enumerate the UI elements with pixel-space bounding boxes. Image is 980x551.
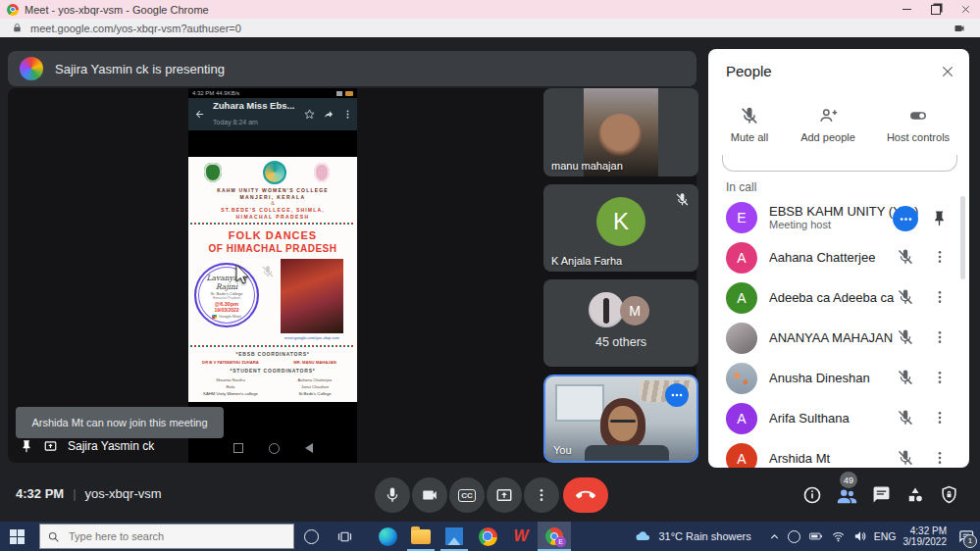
add-people-button[interactable]: Add people [793, 106, 863, 143]
tile-name: You [553, 444, 572, 456]
end-call-button[interactable] [563, 477, 608, 513]
action-center-button[interactable]: 1 [957, 528, 974, 545]
weather-text[interactable]: 31°C Rain showers [658, 530, 750, 542]
pinned-icon[interactable] [20, 439, 33, 453]
captions-button[interactable]: CC [449, 477, 485, 513]
avatar: A [726, 403, 757, 434]
host-options-button[interactable] [893, 206, 918, 231]
more-options-button[interactable] [524, 477, 559, 513]
taskbar-chrome[interactable] [471, 522, 504, 551]
more-vert-icon[interactable] [932, 249, 948, 265]
phone-battery-icon [345, 91, 353, 96]
battery-icon[interactable] [807, 529, 824, 543]
host-controls-icon [908, 106, 928, 125]
window-titlebar[interactable]: Meet - yos-xbqr-vsm - Google Chrome [0, 0, 980, 19]
people-count-badge: 49 [840, 472, 857, 488]
phone-status-text: 4:32 PM 44.9KB/s [192, 90, 239, 96]
participant-name: Anusha Dineshan [769, 371, 870, 385]
cortana-button[interactable] [294, 522, 328, 551]
taskbar-wps[interactable]: W [504, 522, 538, 551]
close-icon [960, 4, 971, 15]
language-indicator[interactable]: ENG [874, 530, 897, 542]
participant-row: ANANYAA MAHAJAN [708, 319, 969, 359]
taskbar-explorer[interactable] [404, 522, 438, 551]
you-options-button[interactable] [665, 383, 689, 407]
camera-icon [421, 486, 438, 504]
photos-icon [445, 527, 463, 545]
presenting-icon [43, 439, 58, 453]
presenter-avatar [20, 57, 43, 80]
participant-row: A Arifa Sulthana [708, 399, 969, 439]
you-window [555, 384, 604, 422]
meeting-details-icon[interactable] [802, 485, 822, 505]
start-button[interactable] [0, 522, 33, 551]
taskbar-edge[interactable] [371, 522, 404, 551]
minimize-button[interactable] [892, 0, 921, 19]
add-people-label: Add people [793, 131, 863, 143]
avatar: A [726, 443, 757, 468]
taskbar-clock[interactable]: 4:32 PM 3/19/2022 [903, 526, 948, 547]
tile-you[interactable]: You [543, 375, 698, 463]
tile-face [598, 114, 642, 157]
more-vert-icon [342, 109, 353, 120]
more-vert-icon[interactable] [932, 370, 948, 385]
volume-icon[interactable] [852, 529, 867, 543]
camera-button[interactable] [412, 477, 447, 513]
panel-scrollbar[interactable] [960, 196, 965, 279]
tile-k-anjala-farha[interactable]: K K Anjala Farha [543, 184, 698, 272]
more-vert-icon[interactable] [932, 450, 948, 466]
phone-chat-subtitle: Today 8:24 am [213, 119, 258, 125]
host-controls-shield-icon[interactable] [940, 485, 958, 504]
student-left-1: Shazina Nusthu [190, 376, 271, 383]
url-bar[interactable]: meet.google.com/yos-xbqr-vsm?authuser=0 [0, 19, 980, 37]
captions-icon: CC [458, 489, 476, 502]
star-icon [304, 109, 315, 120]
poster-college2-sub: HIMACHAL PRADESH [188, 214, 357, 220]
more-vert-icon[interactable] [932, 329, 948, 345]
tile-name: manu mahajan [551, 160, 623, 172]
mute-all-button[interactable]: Mute all [714, 106, 785, 143]
event-poster: KAHM UNITY WOMEN'S COLLEGE MANJERI, KERA… [188, 157, 357, 402]
tile-manu-mahajan[interactable]: manu mahajan [543, 88, 698, 176]
present-icon [495, 486, 513, 504]
mic-icon [384, 486, 401, 504]
host-controls-button[interactable]: Host controls [883, 106, 954, 143]
join-toast-text: Arshida Mt can now join this meeting [31, 417, 207, 428]
tray-chevron-icon[interactable] [768, 530, 781, 543]
taskbar-meet-window[interactable]: E [538, 522, 571, 551]
search-people-input[interactable] [722, 155, 957, 172]
task-view-button[interactable] [328, 522, 361, 551]
participant-row: A Arshida Mt [708, 439, 969, 468]
search-input[interactable] [67, 529, 277, 543]
wifi-icon[interactable] [831, 529, 846, 543]
pin-icon[interactable] [931, 210, 948, 226]
google-meet-icon [212, 315, 217, 319]
restore-button[interactable] [921, 0, 951, 19]
more-vert-icon[interactable] [932, 289, 948, 305]
chat-icon[interactable] [872, 485, 891, 504]
mic-off-icon [897, 288, 914, 306]
close-button[interactable] [951, 0, 980, 19]
people-icon[interactable] [836, 485, 857, 507]
panel-title: People [726, 63, 772, 79]
stage-presenter-name: Sajira Yasmin ck [68, 439, 154, 453]
present-button[interactable] [487, 477, 522, 513]
tile-name: K Anjala Farha [551, 255, 622, 267]
tray-app-icon[interactable] [788, 530, 800, 543]
mic-button[interactable] [375, 477, 410, 513]
ebsb-left: DR B V FATIMATHU ZUHARA [190, 360, 271, 365]
tile-45-others[interactable]: M 45 others [543, 279, 698, 367]
taskbar-photos[interactable] [438, 522, 471, 551]
forward-icon [323, 109, 335, 120]
taskbar-search[interactable] [39, 524, 294, 549]
dancers-photo [281, 259, 343, 333]
poster-ampersand: & [188, 200, 357, 206]
chrome-favicon-icon [7, 4, 19, 16]
participant-row-host: E EBSB KAHM UNITY (You) Meeting host [708, 198, 969, 238]
screen: Meet - yos-xbqr-vsm - Google Chrome meet… [0, 0, 980, 551]
panel-close-icon[interactable] [940, 64, 955, 79]
camera-permission-icon[interactable] [953, 23, 966, 34]
activities-icon[interactable] [905, 485, 925, 505]
shared-cursor-icon [232, 263, 255, 286]
more-vert-icon[interactable] [932, 410, 948, 426]
